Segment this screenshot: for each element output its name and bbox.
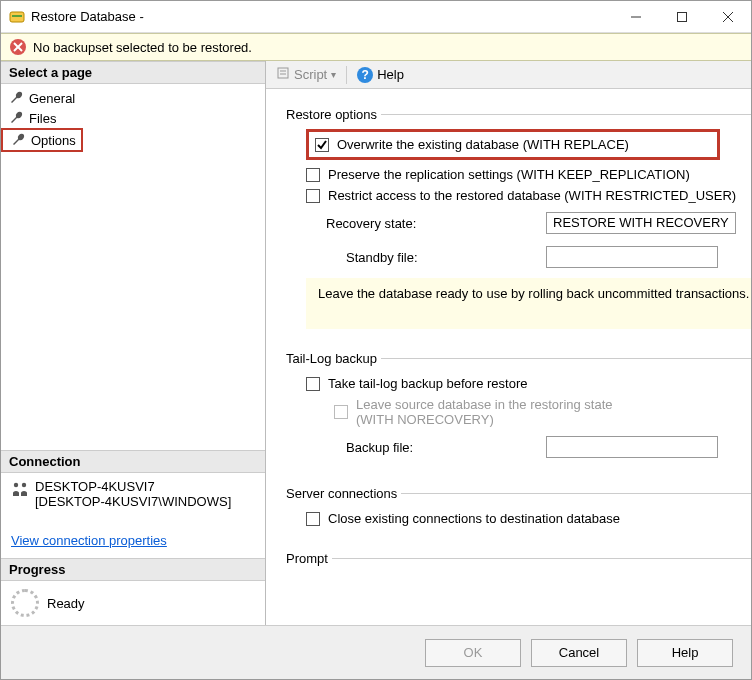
- svg-rect-1: [12, 15, 22, 17]
- help-label: Help: [377, 67, 404, 82]
- toolbar-separator: [346, 66, 347, 84]
- tail-log-group: Tail-Log backup Take tail-log backup bef…: [286, 343, 751, 464]
- prompt-legend: Prompt: [282, 551, 332, 566]
- right-pane: Script ▾ ? Help Restore options Overwrit…: [266, 61, 751, 625]
- close-connections-checkbox[interactable]: [306, 512, 320, 526]
- close-connections-label: Close existing connections to destinatio…: [328, 511, 620, 526]
- nav-general[interactable]: General: [1, 88, 265, 108]
- maximize-button[interactable]: [659, 1, 705, 33]
- restore-options-legend: Restore options: [282, 107, 381, 122]
- backup-file-label: Backup file:: [306, 440, 536, 455]
- nav-options-label: Options: [31, 133, 76, 148]
- preserve-checkbox-row[interactable]: Preserve the replication settings (WITH …: [306, 164, 751, 185]
- recovery-note: Leave the database ready to use by rolli…: [306, 278, 751, 329]
- restore-options-group: Restore options Overwrite the existing d…: [286, 99, 751, 329]
- window-title: Restore Database -: [31, 9, 144, 24]
- server-connections-legend: Server connections: [282, 486, 401, 501]
- take-tail-log-checkbox[interactable]: [306, 377, 320, 391]
- server-connections-group: Server connections Close existing connec…: [286, 478, 751, 529]
- nav-files[interactable]: Files: [1, 108, 265, 128]
- wrench-icon: [11, 132, 27, 148]
- prompt-group: Prompt: [286, 543, 751, 573]
- chevron-down-icon: ▾: [331, 69, 336, 80]
- svg-point-9: [14, 483, 18, 487]
- take-tail-log-row[interactable]: Take tail-log backup before restore: [306, 373, 751, 394]
- wrench-icon: [9, 90, 25, 106]
- recovery-state-label: Recovery state:: [306, 216, 536, 231]
- svg-rect-11: [278, 68, 288, 78]
- overwrite-checkbox-row[interactable]: Overwrite the existing database (WITH RE…: [306, 129, 720, 160]
- script-label: Script: [294, 67, 327, 82]
- standby-file-label: Standby file:: [306, 250, 536, 265]
- footer: OK Cancel Help: [1, 625, 751, 679]
- script-icon: [276, 66, 290, 83]
- progress-text: Ready: [47, 596, 85, 611]
- svg-point-10: [22, 483, 26, 487]
- overwrite-label: Overwrite the existing database (WITH RE…: [337, 137, 629, 152]
- left-pane: Select a page General Files Options: [1, 61, 266, 625]
- progress-header: Progress: [1, 558, 265, 581]
- standby-file-field[interactable]: [546, 246, 718, 268]
- server-icon: [11, 481, 29, 499]
- restrict-checkbox[interactable]: [306, 189, 320, 203]
- progress-spinner-icon: [11, 589, 39, 617]
- preserve-label: Preserve the replication settings (WITH …: [328, 167, 690, 182]
- close-button[interactable]: [705, 1, 751, 33]
- nav-options[interactable]: Options: [1, 128, 83, 152]
- warning-text: No backupset selected to be restored.: [33, 40, 252, 55]
- connection-header: Connection: [1, 450, 265, 473]
- server-detail: [DESKTOP-4KUSVI7\WINDOWS]: [35, 494, 231, 509]
- leave-source-row: Leave source database in the restoring s…: [306, 394, 751, 430]
- toolbar: Script ▾ ? Help: [266, 61, 751, 89]
- restrict-checkbox-row[interactable]: Restrict access to the restored database…: [306, 185, 751, 206]
- script-button[interactable]: Script ▾: [272, 64, 340, 85]
- nav-general-label: General: [29, 91, 75, 106]
- warning-bar: No backupset selected to be restored.: [1, 33, 751, 61]
- wrench-icon: [9, 110, 25, 126]
- take-tail-log-label: Take tail-log backup before restore: [328, 376, 527, 391]
- minimize-button[interactable]: [613, 1, 659, 33]
- app-icon: [9, 9, 25, 25]
- help-icon: ?: [357, 67, 373, 83]
- leave-source-checkbox: [334, 405, 348, 419]
- overwrite-checkbox[interactable]: [315, 138, 329, 152]
- help-button[interactable]: ? Help: [353, 65, 408, 85]
- help-button[interactable]: Help: [637, 639, 733, 667]
- tail-log-legend: Tail-Log backup: [282, 351, 381, 366]
- error-icon: [9, 38, 27, 56]
- view-connection-properties-link[interactable]: View connection properties: [11, 533, 255, 548]
- recovery-state-field[interactable]: RESTORE WITH RECOVERY: [546, 212, 736, 234]
- close-connections-row[interactable]: Close existing connections to destinatio…: [306, 508, 751, 529]
- ok-button[interactable]: OK: [425, 639, 521, 667]
- preserve-checkbox[interactable]: [306, 168, 320, 182]
- select-page-header: Select a page: [1, 61, 265, 84]
- leave-source-label-l2: (WITH NORECOVERY): [356, 412, 613, 427]
- title-bar: Restore Database -: [1, 1, 751, 33]
- leave-source-label-l1: Leave source database in the restoring s…: [356, 397, 613, 412]
- backup-file-field[interactable]: [546, 436, 718, 458]
- nav-files-label: Files: [29, 111, 56, 126]
- cancel-button[interactable]: Cancel: [531, 639, 627, 667]
- server-name: DESKTOP-4KUSVI7: [35, 479, 231, 494]
- svg-rect-3: [678, 12, 687, 21]
- restrict-label: Restrict access to the restored database…: [328, 188, 736, 203]
